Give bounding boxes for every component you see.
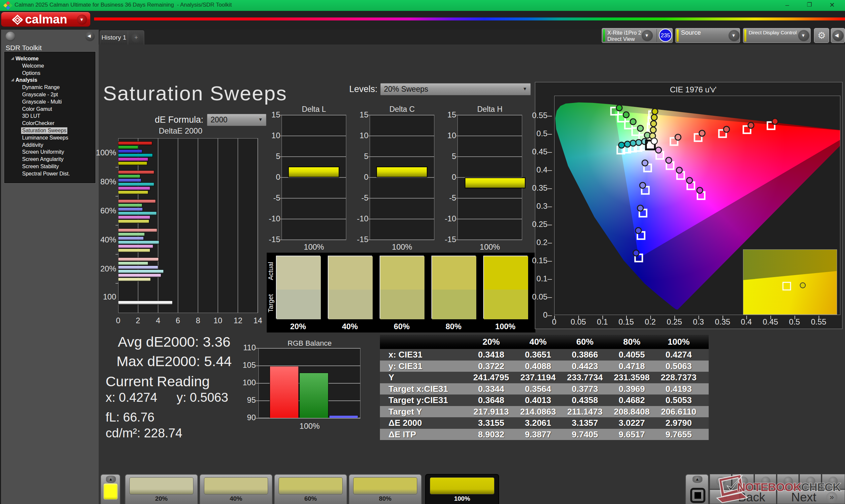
svg-text:NOTEBOOK: NOTEBOOK	[737, 481, 802, 493]
svg-text:CHECK: CHECK	[801, 481, 841, 493]
